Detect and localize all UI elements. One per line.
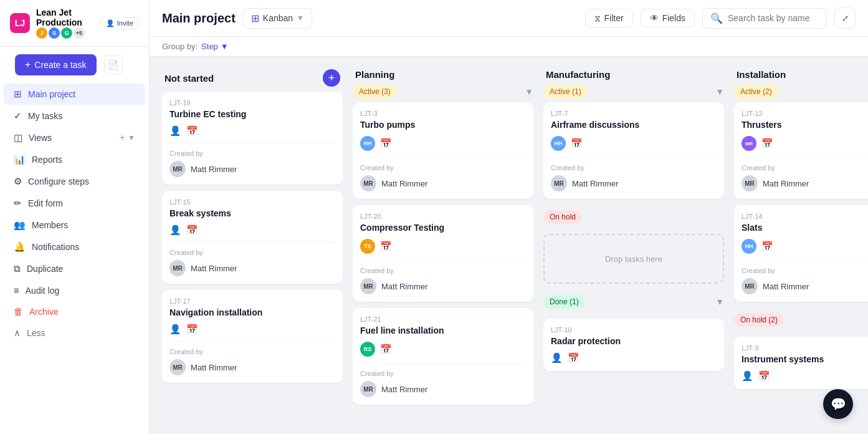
- assignee-icon: 👤: [742, 370, 753, 382]
- calendar-icon: 📅: [380, 138, 392, 149]
- assignee-avatar-ts: TS: [360, 239, 375, 254]
- task-meta: TS 📅: [360, 239, 526, 254]
- calendar-icon: 📅: [761, 241, 773, 252]
- manufacturing-onhold-row: On hold: [543, 210, 724, 224]
- main-header: Main project ⊞ Kanban ▼ ⧖ Filter 👁 Field…: [150, 0, 868, 37]
- column-planning: Planning Active (3) ▼ LJT-3 Turbo pumps …: [353, 67, 533, 424]
- views-add-icon[interactable]: +: [120, 132, 125, 143]
- task-name: Instrument systems: [742, 354, 868, 364]
- manufacturing-done-chevron[interactable]: ▼: [715, 297, 724, 307]
- archive-icon: 🗑: [14, 306, 23, 317]
- planning-active-badge: Active (3): [353, 85, 397, 99]
- sidebar-avatars: J S G +5: [36, 27, 94, 39]
- avatar-plus: +5: [74, 27, 85, 39]
- assignee-avatar-hh: HH: [742, 239, 756, 254]
- creator-name: Matt Rimmer: [191, 363, 237, 372]
- create-task-button[interactable]: + Create a task: [15, 54, 97, 75]
- expand-button[interactable]: ⤢: [834, 7, 856, 29]
- reports-icon: 📊: [14, 154, 26, 165]
- creator-avatar: MR: [360, 175, 376, 191]
- col-add-not-started-button[interactable]: +: [323, 69, 340, 87]
- col-body-manufacturing: LJT-7 Airframe discussions HH 📅 Created …: [543, 102, 724, 424]
- task-meta: 👤 📅: [169, 125, 335, 137]
- created-by-label: Created by: [360, 370, 526, 377]
- task-name: Turbine EC testing: [169, 109, 335, 119]
- manufacturing-onhold-badge: On hold: [543, 210, 582, 224]
- assignee-avatar-hh: HH: [551, 136, 566, 151]
- sidebar-nav: ⊞ Main project ✓ My tasks ◫ Views + ▼ 📊 …: [0, 80, 149, 434]
- calendar-icon: 📅: [761, 138, 773, 149]
- task-id: LJT-15: [169, 198, 335, 206]
- sidebar-item-notifications[interactable]: 🔔 Notifications: [4, 236, 145, 258]
- task-card-ljt17[interactable]: LJT-17 Navigation installation 👤 📅 Creat…: [162, 290, 343, 383]
- planning-status-chevron[interactable]: ▼: [525, 87, 533, 97]
- views-icon: ◫: [14, 132, 22, 143]
- views-chevron-icon[interactable]: ▼: [128, 133, 135, 142]
- search-input[interactable]: [728, 13, 819, 23]
- installation-onhold-row: On hold (2): [734, 313, 868, 327]
- task-meta: 👤 📅: [169, 324, 335, 335]
- sidebar-item-audit-log[interactable]: ≡ Audit log: [4, 280, 145, 301]
- invite-button[interactable]: 👤 Invite: [100, 17, 139, 29]
- task-meta: 👤 📅: [551, 352, 717, 364]
- manufacturing-active-row: Active (1) ▼: [543, 85, 724, 99]
- calendar-icon: 📅: [380, 344, 392, 355]
- sidebar-item-reports[interactable]: 📊 Reports: [4, 149, 145, 170]
- kanban-view-button[interactable]: ⊞ Kanban ▼: [243, 8, 312, 29]
- task-id: LJT-14: [742, 213, 868, 220]
- creator-row: MR Matt Rimmer: [169, 161, 335, 177]
- col-header-installation: Installation: [734, 67, 868, 85]
- document-icon-button[interactable]: 📄: [104, 55, 123, 74]
- filter-button[interactable]: ⧖ Filter: [585, 9, 633, 28]
- assignee-avatar-hh: HH: [360, 136, 375, 151]
- sidebar-item-configure-steps[interactable]: ⚙ Configure steps: [4, 171, 145, 192]
- kanban-board: Not started + LJT-19 Turbine EC testing …: [150, 57, 868, 434]
- sidebar-item-members[interactable]: 👥 Members: [4, 215, 145, 236]
- task-card-ljt10[interactable]: LJT-10 Radar protection 👤 📅: [543, 319, 724, 371]
- notifications-icon: 🔔: [14, 241, 26, 253]
- task-name: Radar protection: [551, 336, 717, 346]
- task-meta: 👤 📅: [169, 224, 335, 236]
- manufacturing-active-chevron[interactable]: ▼: [715, 87, 724, 97]
- task-card-ljt7[interactable]: LJT-7 Airframe discussions HH 📅 Created …: [543, 102, 724, 199]
- kanban-icon: ⊞: [251, 12, 259, 24]
- creator-avatar: MR: [169, 260, 186, 276]
- manufacturing-done-badge: Done (1): [543, 295, 585, 309]
- task-card-ljt12[interactable]: LJT-12 Thrusters MR 📅 Created by MR Matt…: [734, 102, 868, 199]
- group-by-value[interactable]: Step ▼: [201, 42, 229, 51]
- calendar-icon: 📅: [571, 138, 583, 149]
- task-card-ljt19[interactable]: LJT-19 Turbine EC testing 👤 📅 Created by…: [162, 92, 343, 185]
- created-by-label: Created by: [742, 267, 868, 274]
- sidebar-item-less[interactable]: ∧ Less: [4, 322, 145, 344]
- task-name: Navigation installation: [169, 307, 335, 317]
- task-card-ljt14[interactable]: LJT-14 Slats HH 📅 Created by MR Matt Rim…: [734, 205, 868, 302]
- task-card-ljt21[interactable]: LJT-21 Fuel line installation RS 📅 Creat…: [353, 308, 533, 405]
- app-title: Lean Jet Production: [36, 7, 94, 27]
- creator-row: MR Matt Rimmer: [360, 278, 526, 294]
- sidebar-item-edit-form[interactable]: ✏ Edit form: [4, 193, 145, 214]
- sidebar-item-main-project[interactable]: ⊞ Main project: [4, 84, 145, 105]
- task-id: LJT-17: [169, 297, 335, 305]
- column-manufacturing: Manufacturing Active (1) ▼ LJT-7 Airfram…: [543, 67, 724, 424]
- sidebar-item-views[interactable]: ◫ Views + ▼: [4, 127, 145, 148]
- manufacturing-drop-zone: Drop tasks here: [543, 234, 724, 284]
- task-card-ljt15[interactable]: LJT-15 Break systems 👤 📅 Created by MR M…: [162, 191, 343, 284]
- col-header-planning: Planning: [353, 67, 533, 85]
- calendar-icon: 📅: [186, 324, 198, 335]
- sidebar-item-duplicate[interactable]: ⧉ Duplicate: [4, 258, 145, 279]
- chat-bubble[interactable]: 💬: [823, 389, 853, 419]
- fields-button[interactable]: 👁 Fields: [641, 9, 695, 27]
- creator-avatar: MR: [360, 278, 376, 294]
- check-icon: ✓: [14, 110, 22, 122]
- task-card-ljt3[interactable]: LJT-3 Turbo pumps HH 📅 Created by MR Mat…: [353, 102, 533, 199]
- sidebar-item-archive[interactable]: 🗑 Archive: [4, 301, 145, 322]
- col-title-manufacturing: Manufacturing: [546, 69, 610, 80]
- created-by-label: Created by: [742, 164, 868, 171]
- task-card-ljt9[interactable]: LJT-9 Instrument systems 👤 📅: [734, 337, 868, 389]
- members-icon: 👥: [14, 219, 26, 231]
- invite-icon: 👤: [106, 19, 115, 27]
- assignee-avatar-rs: RS: [360, 342, 375, 357]
- sidebar-item-my-tasks[interactable]: ✓ My tasks: [4, 105, 145, 127]
- task-card-ljt20[interactable]: LJT-20 Compressor Testing TS 📅 Created b…: [353, 205, 533, 302]
- avatar-j: J: [36, 27, 47, 39]
